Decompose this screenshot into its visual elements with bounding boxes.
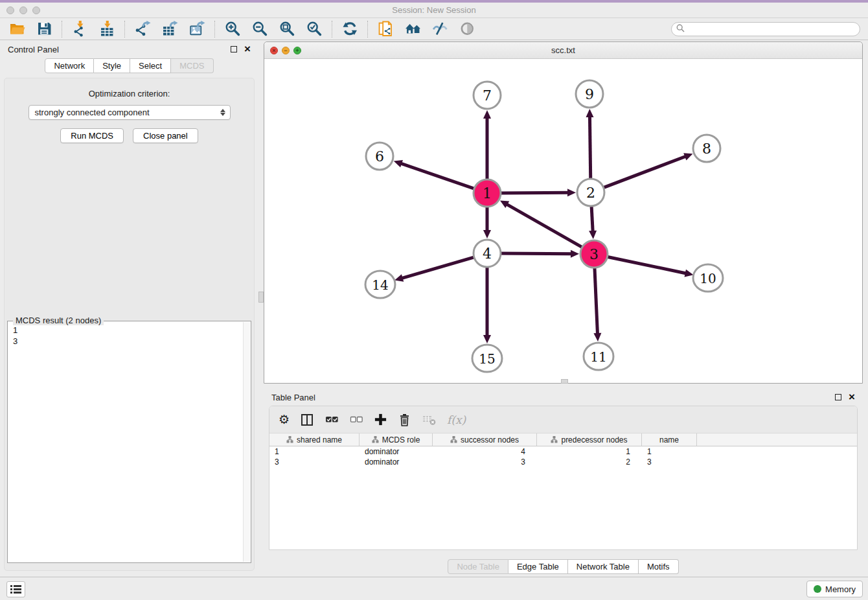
node-2[interactable]: 2 [577,179,604,206]
network-window-titlebar[interactable]: × − + scc.txt [264,42,862,59]
refresh-layout-button[interactable] [341,20,359,38]
cell-successor-nodes[interactable]: 3 [433,457,537,467]
search-input[interactable] [687,23,860,35]
search-field[interactable] [671,22,860,36]
cell-MCDS-role[interactable]: dominator [360,457,433,467]
cell-name[interactable]: 1 [642,446,697,457]
svg-text:15: 15 [479,351,495,367]
export-network-button[interactable] [133,20,152,38]
select-all-button[interactable] [325,413,339,426]
tab-mcds[interactable]: MCDS [171,58,213,73]
deselect-all-button[interactable] [350,413,363,426]
column-header-name[interactable]: name [642,433,697,446]
export-image-button[interactable] [188,20,206,38]
cell-MCDS-role[interactable]: dominator [360,446,433,457]
table-tab-motifs[interactable]: Motifs [639,559,679,574]
network-canvas[interactable]: 7968124314101511 [264,59,862,383]
node-8[interactable]: 8 [693,135,720,162]
cell-successor-nodes[interactable]: 4 [433,446,537,457]
edge-2-9[interactable] [586,109,593,181]
column-header-shared-name[interactable]: shared name [269,433,360,446]
close-panel-button[interactable]: Close panel [133,128,198,143]
node-9[interactable]: 9 [576,80,603,108]
edge-4-14[interactable] [394,257,476,282]
network-from-selection-button[interactable] [376,20,394,38]
close-panel-icon[interactable]: × [244,46,251,52]
edge-4-3[interactable] [499,250,579,258]
vertical-splitter-handle[interactable] [258,292,264,303]
node-4[interactable]: 4 [474,240,501,267]
node-14[interactable]: 14 [365,271,395,298]
memory-button[interactable]: Memory [806,581,863,597]
float-table-panel-icon[interactable] [835,394,841,400]
toolbar-button-groups [8,20,476,38]
delete-button[interactable] [398,413,411,426]
edge-1-6[interactable] [394,160,476,189]
cell-shared-name[interactable]: 3 [269,457,360,467]
table-tab-network-table[interactable]: Network Table [568,559,639,574]
horizontal-splitter-handle[interactable] [561,379,568,384]
result-scrollbar[interactable] [243,322,250,562]
show-panel-button[interactable] [458,20,476,38]
edge-2-3[interactable] [589,204,597,239]
node-11[interactable]: 11 [584,343,613,370]
zoom-selected-button[interactable] [305,20,323,38]
node-7[interactable]: 7 [474,82,501,109]
criterion-select[interactable]: strongly connected component [29,105,231,120]
node-1-selected[interactable]: 1 [474,179,501,207]
table-body: 1dominator4113dominator323 [269,446,857,467]
task-history-button[interactable] [6,581,25,597]
zoom-fit-button[interactable] [278,20,296,38]
close-table-panel-icon[interactable]: × [849,394,855,400]
column-header-successor-nodes[interactable]: successor nodes [433,433,537,446]
columns-button[interactable] [301,413,314,426]
tab-select[interactable]: Select [130,58,171,73]
edge-3-10[interactable] [606,257,694,277]
network-window-title: scc.txt [264,45,862,55]
zoom-out-button[interactable] [251,20,269,38]
save-session-button[interactable] [35,20,53,38]
node-6[interactable]: 6 [366,143,393,170]
zoom-in-button[interactable] [223,20,242,38]
node-10[interactable]: 10 [693,264,723,292]
open-session-button[interactable] [8,20,26,38]
cell-shared-name[interactable]: 1 [269,446,360,457]
cell-predecessor-nodes[interactable]: 2 [537,457,642,467]
import-network-button[interactable] [71,20,89,38]
app-titlebar[interactable]: Session: New Session [0,3,868,18]
function-builder-button[interactable]: f(x) [447,413,466,426]
edge-2-8[interactable] [602,153,693,188]
column-header-MCDS-role[interactable]: MCDS role [360,433,433,446]
mcds-result-list[interactable]: 13 [8,321,243,562]
table-tab-node-table[interactable]: Node Table [448,559,508,574]
node-3-selected[interactable]: 3 [580,240,608,268]
table-row[interactable]: 1dominator411 [269,446,857,457]
tab-style[interactable]: Style [94,58,130,73]
edge-3-1[interactable] [500,200,584,248]
run-mcds-button[interactable]: Run MCDS [60,128,124,143]
hide-panel-button[interactable] [431,20,449,38]
edge-1-7[interactable] [483,110,491,181]
svg-text:2: 2 [586,185,595,201]
export-table-icon [162,21,178,37]
tab-network[interactable]: Network [45,58,94,73]
svg-text:6: 6 [375,148,384,165]
export-image-icon [189,21,205,37]
edge-1-4[interactable] [483,205,491,238]
float-panel-icon[interactable] [231,46,237,52]
import-table-button[interactable] [98,20,116,38]
delete-table-button[interactable] [422,413,436,426]
export-table-button[interactable] [161,20,179,38]
table-row[interactable]: 3dominator323 [269,457,857,467]
add-button[interactable] [374,413,387,426]
table-tab-edge-table[interactable]: Edge Table [508,559,568,574]
settings-button[interactable]: ⚙ [279,413,290,426]
cell-predecessor-nodes[interactable]: 1 [537,446,642,457]
cell-name[interactable]: 3 [642,457,697,467]
node-15[interactable]: 15 [472,345,502,372]
edge-3-11[interactable] [593,266,601,341]
column-header-predecessor-nodes[interactable]: predecessor nodes [537,433,642,446]
home-button[interactable] [404,20,422,38]
edge-1-2[interactable] [499,189,576,196]
edge-4-15[interactable] [483,265,491,343]
